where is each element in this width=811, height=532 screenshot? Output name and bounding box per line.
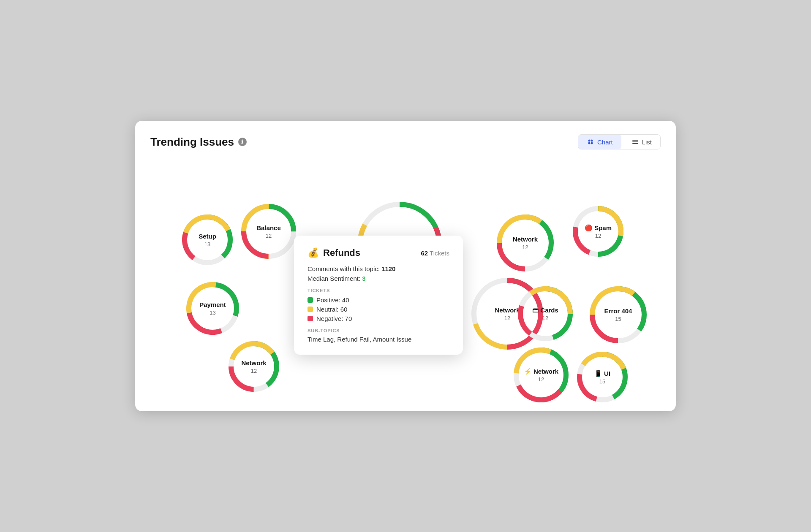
tooltip-header: 💰 Refunds 62 Tickets — [308, 247, 449, 258]
bubble-label: Payment — [199, 301, 226, 309]
bubble-label: Network — [513, 236, 538, 243]
bubble-label: 🔴 Spam — [585, 224, 612, 232]
tooltip-title: 💰 Refunds — [308, 247, 360, 258]
bubble-count: 12 — [522, 244, 528, 250]
bubble-count: 12 — [251, 368, 257, 374]
bubble-network-left[interactable]: Network12 — [229, 341, 279, 392]
bubble-inner-spam: 🔴 Spam12 — [585, 224, 612, 239]
svg-point-3 — [591, 142, 593, 144]
bubble-inner-network-left: Network12 — [241, 359, 266, 374]
page-title: Trending Issues — [150, 136, 234, 149]
negative-dot — [308, 316, 313, 321]
subtopics-section: SUB-TOPICS Time Lag, Refund Fail, Amount… — [308, 328, 449, 343]
subtopics-text: Time Lag, Refund Fail, Amount Issue — [308, 336, 449, 343]
tickets-section: TICKETS Positive: 40 Neutral: 60 Negativ… — [308, 288, 449, 322]
bubble-balance[interactable]: Balance12 — [241, 204, 296, 259]
bubble-count: 15 — [615, 316, 621, 322]
bubble-spam[interactable]: 🔴 Spam12 — [573, 206, 623, 257]
bubble-label: Network — [495, 307, 520, 314]
bubble-label: 🗃 Cards — [532, 307, 558, 314]
svg-rect-6 — [632, 143, 638, 144]
bubble-label: Balance — [256, 224, 281, 232]
list-toggle-button[interactable]: List — [623, 135, 660, 149]
header: Trending Issues ℹ Chart List — [150, 134, 661, 149]
svg-rect-4 — [632, 140, 638, 141]
tickets-section-label: TICKETS — [308, 288, 449, 293]
bubble-count: 12 — [504, 315, 510, 321]
bubble-count: 12 — [542, 315, 548, 321]
bubble-cards[interactable]: 🗃 Cards12 — [518, 286, 573, 341]
bubble-count: 12 — [538, 376, 544, 383]
tooltip-tickets: 62 Tickets — [421, 250, 449, 257]
bubble-label: Network — [241, 359, 266, 367]
ticket-positive: Positive: 40 — [308, 296, 449, 304]
svg-point-0 — [588, 140, 590, 142]
info-icon[interactable]: ℹ — [238, 138, 247, 146]
bubble-label: Setup — [199, 233, 216, 240]
ticket-negative: Negative: 70 — [308, 315, 449, 322]
bubble-network-right[interactable]: Network12 — [497, 214, 554, 271]
tooltip-emoji: 💰 — [308, 247, 319, 258]
bubble-network-bottom[interactable]: ⚡ Network12 — [514, 347, 569, 402]
svg-point-2 — [588, 142, 590, 144]
bubble-count: 12 — [595, 233, 601, 239]
view-toggle: Chart List — [578, 134, 661, 149]
bubble-inner-network-bottom: ⚡ Network12 — [524, 368, 558, 383]
bubble-count: 13 — [210, 309, 215, 316]
bubble-ui[interactable]: 📱 UI15 — [577, 352, 628, 402]
bubble-setup[interactable]: Setup13 — [182, 214, 233, 265]
bubble-inner-network-mid: Network12 — [495, 307, 520, 321]
chart-toggle-button[interactable]: Chart — [578, 135, 621, 149]
neutral-dot — [308, 307, 313, 312]
bubble-inner-network-right: Network12 — [513, 236, 538, 250]
bubble-count: 12 — [266, 233, 272, 239]
ticket-neutral: Neutral: 60 — [308, 306, 449, 313]
bubble-payment[interactable]: Payment13 — [186, 282, 239, 335]
tooltip-comments: Comments with this topic: 1120 — [308, 265, 449, 272]
tooltip-sentiment: Median Sentiment: 3 — [308, 275, 449, 282]
bubble-count: 15 — [599, 378, 605, 385]
refunds-tooltip: 💰 Refunds 62 Tickets Comments with this … — [294, 236, 463, 355]
bubble-error404[interactable]: Error 40415 — [590, 286, 647, 343]
list-icon — [631, 138, 639, 146]
svg-point-1 — [591, 140, 593, 142]
bubble-count: 13 — [204, 241, 210, 247]
svg-rect-5 — [632, 141, 638, 142]
trending-issues-card: Trending Issues ℹ Chart List — [135, 121, 676, 411]
chart-icon — [587, 138, 594, 146]
bubble-label: 📱 UI — [594, 370, 610, 377]
bubbles-area: 💰 Refunds 62 Tickets Comments with this … — [150, 160, 661, 396]
bubble-label: ⚡ Network — [524, 368, 558, 375]
subtopics-label: SUB-TOPICS — [308, 328, 449, 333]
positive-dot — [308, 297, 313, 303]
bubble-label: Error 404 — [604, 307, 632, 315]
title-row: Trending Issues ℹ — [150, 136, 247, 149]
bubble-inner-balance: Balance12 — [256, 224, 281, 239]
bubble-inner-ui: 📱 UI15 — [594, 370, 610, 385]
bubble-inner-setup: Setup13 — [199, 233, 216, 247]
bubble-inner-error404: Error 40415 — [604, 307, 632, 322]
bubble-inner-cards: 🗃 Cards12 — [532, 307, 558, 321]
tooltip-name: Refunds — [323, 247, 360, 258]
bubble-inner-payment: Payment13 — [199, 301, 226, 316]
